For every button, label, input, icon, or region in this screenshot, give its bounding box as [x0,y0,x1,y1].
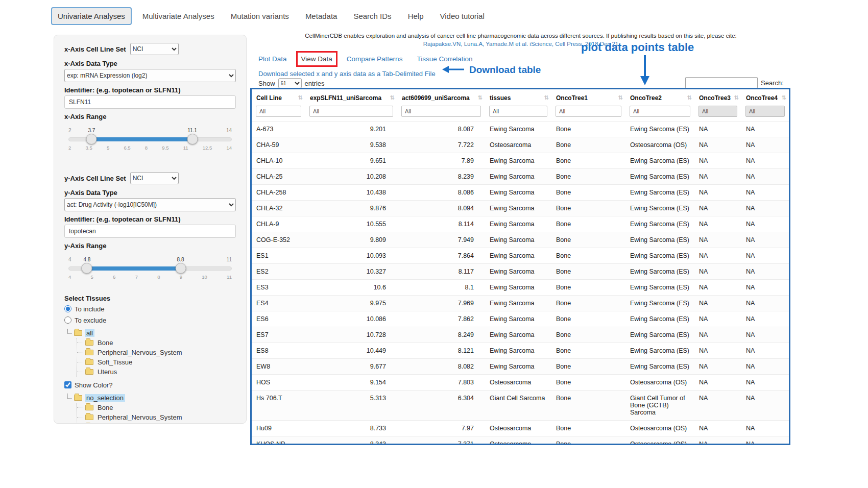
x-cell-line-set-select[interactable]: NCI [130,43,179,55]
show-color-row[interactable]: Show Color? [64,380,236,390]
tree-node[interactable]: Soft_Tissue [77,357,236,367]
radio-to-include-label[interactable]: To include [75,305,105,313]
search-label: Search: [761,79,784,87]
x-range-slider[interactable]: 2 14 3.7 11.1 2 3.5 5 6.5 8 9.5 11 12.5 … [68,128,232,154]
filter-input-oncotree1[interactable] [556,106,621,117]
table-cell: 9.201 [305,121,397,137]
entries-select[interactable]: 61 [278,78,302,88]
tree-node[interactable]: Soft_Tissue [77,422,236,424]
table-cell: 6.304 [397,391,485,421]
nav-tab-video-tutorial[interactable]: Video tutorial [434,8,490,24]
y-data-type-select[interactable]: act: Drug Activity (-log10[IC50M]) [64,198,236,211]
tree-node[interactable]: Bone [77,403,236,412]
folder-icon[interactable] [85,359,93,365]
subtab-view-data[interactable]: View Data [301,55,332,63]
tree-node-label[interactable]: Uterus [96,368,118,376]
y-range-handle-high[interactable] [175,263,186,274]
table-cell: NA [741,436,789,446]
nav-tab-search-ids[interactable]: Search IDs [348,8,397,24]
citation-line2[interactable]: Rajapakse.VN, Luna.A, Yamade.M et al. iS… [250,41,791,47]
tree-node-label[interactable]: Bone [96,339,114,347]
radio-to-include-row[interactable]: To include [64,304,236,314]
sort-icon[interactable]: ⇅ [782,94,786,101]
subtab-plot-data[interactable]: Plot Data [258,55,287,63]
tree-node[interactable]: Bone [77,338,236,348]
x-identifier-label: Identifier: (e.g. topotecan or SLFN11) [64,86,236,94]
column-header-cell-line[interactable]: Cell Line⇅ [252,89,305,105]
column-header-tissues[interactable]: tissues⇅ [485,89,551,105]
folder-icon[interactable] [85,350,93,355]
y-cell-line-set-select[interactable]: NCI [130,172,179,184]
tree-node-root[interactable]: all [66,328,236,338]
search-input[interactable] [685,77,758,88]
folder-icon[interactable] [85,340,93,346]
folder-icon[interactable] [85,414,93,420]
table-cell: 8.114 [397,216,485,232]
column-header-oncotree4[interactable]: OncoTree4⇅ [741,89,789,105]
show-color-label[interactable]: Show Color? [75,381,112,389]
nav-tab-help[interactable]: Help [402,8,429,24]
filter-input-cell-line[interactable] [256,106,301,117]
radio-to-exclude-label[interactable]: To exclude [75,316,106,324]
filter-input-exp[interactable] [309,106,393,117]
filter-input-oncotree2[interactable] [630,106,690,117]
x-range-handle-low[interactable] [86,134,97,144]
folder-icon[interactable] [74,395,82,401]
tree-node[interactable]: Peripheral_Nervous_System [77,348,236,357]
nav-tab-metadata[interactable]: Metadata [300,8,343,24]
tree-node-label-no-selection[interactable]: no_selection [85,394,125,402]
show-color-checkbox[interactable] [64,381,71,388]
nav-tab-mutation-variants[interactable]: Mutation variants [225,8,295,24]
nav-tab-univariate-analyses[interactable]: Univariate Analyses [51,7,132,25]
download-tab-delimited-link[interactable]: Download selected x and y axis data as a… [258,70,436,78]
sort-icon[interactable]: ⇅ [544,94,549,101]
x-data-type-select[interactable]: exp: mRNA Expression (log2) [64,69,236,82]
x-identifier-input[interactable] [64,95,236,109]
column-header-oncotree2[interactable]: OncoTree2⇅ [625,89,694,105]
tree-node-label[interactable]: Soft_Tissue [96,358,134,366]
column-header-oncotree3[interactable]: OncoTree3⇅ [694,89,741,105]
sort-icon[interactable]: ⇅ [618,94,623,101]
radio-to-exclude[interactable] [64,316,71,324]
tree-node[interactable]: Uterus [77,367,236,377]
table-cell: Osteosarcoma (OS) [625,436,694,446]
nav-tab-multivariate-analyses[interactable]: Multivariate Analyses [137,8,220,24]
y-identifier-input[interactable] [64,225,236,238]
column-header-exp[interactable]: expSLFN11_uniSarcoma⇅ [305,89,397,105]
filter-input-tissues[interactable] [489,106,547,117]
column-header-label: expSLFN11_uniSarcoma [310,94,381,102]
subtab-compare-patterns[interactable]: Compare Patterns [347,55,403,63]
tree-node-root[interactable]: no_selection [66,393,236,403]
radio-to-exclude-row[interactable]: To exclude [64,315,236,325]
filter-input-act[interactable] [401,106,481,117]
radio-to-include[interactable] [64,305,71,312]
folder-icon[interactable] [85,405,93,410]
sort-icon[interactable]: ⇅ [687,94,692,101]
tree-node-label-all[interactable]: all [85,329,94,337]
folder-icon[interactable] [85,369,93,375]
column-header-oncotree1[interactable]: OncoTree1⇅ [551,89,625,105]
column-header-act[interactable]: act609699_uniSarcoma⇅ [397,89,485,105]
tree-node-label[interactable]: Soft_Tissue [96,423,134,424]
filter-input-oncotree3[interactable] [698,106,737,117]
tree-node-label[interactable]: Bone [96,404,114,411]
x-range-handle-high[interactable] [187,134,198,144]
tree-node[interactable]: Peripheral_Nervous_System [77,412,236,422]
table-row: ES110.0937.864Ewing SarcomaBoneEwing Sar… [252,248,789,264]
filter-input-oncotree4[interactable] [745,106,785,117]
sort-icon[interactable]: ⇅ [734,94,739,101]
folder-icon[interactable] [74,330,82,336]
table-cell: NA [694,264,741,280]
sort-icon[interactable]: ⇅ [298,94,303,101]
y-range-handle-low[interactable] [82,263,92,274]
tree-node-label[interactable]: Peripheral_Nervous_System [96,349,183,356]
subtab-tissue-correlation[interactable]: Tissue Correlation [417,55,472,63]
table-row: ES810.4498.121Ewing SarcomaBoneEwing Sar… [252,343,789,359]
y-range-slider[interactable]: 4 11 4.8 8.8 4 5 6 7 8 9 10 11 [68,257,232,283]
tree-node-label[interactable]: Peripheral_Nervous_System [96,413,183,421]
tick-label: 8 [157,274,160,280]
table-cell: NA [694,153,741,169]
sort-icon[interactable]: ⇅ [390,94,395,101]
sort-icon[interactable]: ⇅ [478,94,483,101]
table-cell: NA [694,185,741,201]
